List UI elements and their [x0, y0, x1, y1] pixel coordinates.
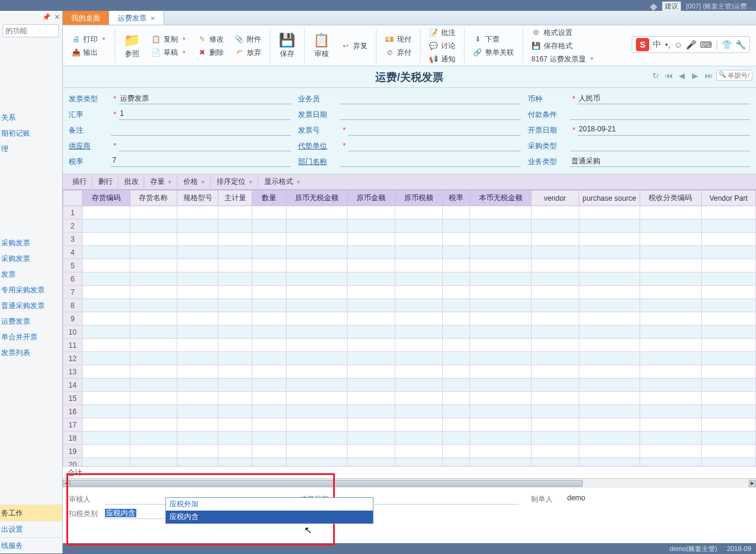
- table-row[interactable]: 4: [63, 246, 756, 259]
- sidebar-item[interactable]: 发票: [0, 266, 62, 282]
- biztype-field[interactable]: 普通采购: [570, 156, 750, 167]
- table-row[interactable]: 7: [63, 286, 756, 299]
- grid-toolbar-btn[interactable]: 插行: [68, 175, 92, 188]
- ime-lang[interactable]: 中: [653, 39, 661, 50]
- grid-col-header[interactable]: 原币税额: [395, 190, 443, 206]
- pay-field[interactable]: [570, 109, 750, 120]
- sidebar-item[interactable]: 关系: [0, 110, 62, 125]
- table-row[interactable]: 19: [63, 445, 756, 458]
- grid-col-header[interactable]: 存货编码: [82, 190, 130, 206]
- deduct-dropdown[interactable]: 应税外加应税内含: [165, 497, 373, 524]
- ime-person-icon[interactable]: 👕: [722, 40, 732, 49]
- tax-field[interactable]: 7: [111, 156, 291, 167]
- grid-col-header[interactable]: 本币无税金额: [470, 190, 531, 206]
- curr-field[interactable]: 人民币: [577, 93, 750, 104]
- tab[interactable]: 运费发票✕: [109, 11, 164, 25]
- dropdown-option[interactable]: 应税外加: [166, 498, 373, 511]
- grid-col-header[interactable]: 税收分类编码: [640, 190, 701, 206]
- tab[interactable]: 我的桌面: [63, 11, 109, 25]
- grid-col-header[interactable]: 原币金额: [348, 190, 395, 206]
- sidebar-item[interactable]: 运费发票: [0, 313, 62, 329]
- table-row[interactable]: 14: [63, 379, 756, 392]
- rollback-button[interactable]: ↩弃复: [338, 40, 370, 52]
- grid-col-header[interactable]: 数量: [252, 190, 286, 206]
- sidebar-item[interactable]: 期初记账: [0, 125, 62, 141]
- prev-icon[interactable]: ◀: [676, 70, 687, 81]
- doc-search-input[interactable]: [716, 70, 752, 81]
- supplier-label[interactable]: 供应商: [69, 141, 111, 151]
- table-row[interactable]: 9: [63, 312, 756, 326]
- sidebar-item[interactable]: 单合并开票: [0, 329, 62, 345]
- grid-col-header[interactable]: vendor: [531, 190, 579, 206]
- next-icon[interactable]: ▶: [690, 70, 700, 81]
- save-button[interactable]: 💾保存: [274, 31, 300, 60]
- biz-field[interactable]: [340, 93, 520, 104]
- table-row[interactable]: 10: [63, 326, 756, 339]
- grid[interactable]: 存货编码存货名称规格型号主计量数量原币无税金额原币金额原币税额税率本币无税金额v…: [63, 190, 756, 466]
- first-icon[interactable]: ⏮: [663, 70, 674, 81]
- ime-keyboard-icon[interactable]: ⌨: [700, 40, 712, 49]
- table-row[interactable]: 2: [63, 219, 756, 233]
- sidebar-item[interactable]: 普通采购发票: [0, 298, 62, 313]
- copy-button[interactable]: 📋复制▼: [149, 33, 189, 45]
- horizontal-scrollbar[interactable]: ◀ ▶: [63, 478, 756, 488]
- sidebar-item[interactable]: 发票列表: [0, 345, 62, 360]
- tab-close-icon[interactable]: ✕: [150, 15, 155, 22]
- scroll-left-icon[interactable]: ◀: [63, 480, 70, 487]
- table-row[interactable]: 15: [63, 392, 756, 405]
- down-button[interactable]: ⬇下查: [471, 33, 516, 45]
- grid-toolbar-btn[interactable]: 显示格式 ▼: [259, 175, 305, 188]
- sidebar-item[interactable]: 专用采购发票: [0, 282, 62, 298]
- table-row[interactable]: 1: [63, 206, 756, 219]
- grid-col-header[interactable]: 规格型号: [177, 190, 218, 206]
- agent-label[interactable]: 代垫单位: [298, 141, 340, 151]
- supplier-field[interactable]: [119, 140, 291, 151]
- dept-label[interactable]: 部门名称: [298, 157, 340, 167]
- format-button[interactable]: ⚙格式设置: [529, 27, 597, 39]
- grid-col-header[interactable]: Vendor Part: [701, 190, 755, 206]
- export-button[interactable]: 📤输出: [69, 46, 109, 58]
- table-row[interactable]: 12: [63, 352, 756, 365]
- draft-button[interactable]: 📄草稿▼: [149, 46, 189, 58]
- grid-col-header[interactable]: 存货名称: [130, 190, 177, 206]
- ime-toolbar[interactable]: S 中 •, ☺ 🎤 ⌨ | 👕 🔧: [632, 36, 750, 53]
- delete-button[interactable]: ✖删除: [195, 46, 226, 58]
- table-row[interactable]: 11: [63, 339, 756, 352]
- table-row[interactable]: 8: [63, 299, 756, 312]
- grid-toolbar-btn[interactable]: 删行: [94, 175, 118, 188]
- num-field[interactable]: [348, 125, 521, 136]
- sidebar-item[interactable]: 线服务: [0, 537, 62, 553]
- abandon-pay-button[interactable]: ⊘弃付: [383, 46, 414, 58]
- dropdown-option[interactable]: 应税内含: [166, 511, 373, 523]
- agent-field[interactable]: [348, 140, 521, 151]
- print-button[interactable]: 🖨打印▼: [69, 33, 109, 45]
- sidebar-item[interactable]: 采购发票: [0, 235, 62, 251]
- date-field[interactable]: [340, 109, 520, 120]
- refresh-icon[interactable]: ↻: [650, 70, 661, 81]
- discuss-button[interactable]: 💬讨论: [427, 40, 458, 52]
- table-row[interactable]: 16: [63, 405, 756, 418]
- table-row[interactable]: 6: [63, 272, 756, 286]
- grid-col-header[interactable]: purchase source: [579, 190, 640, 206]
- approve-button[interactable]: 📝批注: [427, 27, 458, 39]
- table-row[interactable]: 17: [63, 418, 756, 432]
- notify-button[interactable]: 📢通知: [427, 53, 458, 65]
- pay-button[interactable]: 💴现付: [383, 33, 414, 45]
- type-field[interactable]: 运费发票: [119, 93, 291, 104]
- sidebar-item[interactable]: 务工作: [0, 505, 62, 521]
- ime-mic-icon[interactable]: 🎤: [686, 40, 696, 49]
- discard-button[interactable]: ↶放弃: [232, 46, 264, 58]
- scroll-thumb[interactable]: [70, 480, 583, 487]
- ref-button[interactable]: 📁参照: [119, 31, 145, 60]
- sidebar-item[interactable]: 出设置: [0, 521, 62, 537]
- ime-punct[interactable]: •,: [665, 40, 670, 49]
- modify-button[interactable]: ✎修改: [195, 33, 226, 45]
- sidebar-search-input[interactable]: [2, 24, 59, 37]
- grid-col-header[interactable]: 税率: [443, 190, 470, 206]
- grid-col-header[interactable]: [63, 190, 83, 206]
- table-row[interactable]: 13: [63, 365, 756, 379]
- ime-wrench-icon[interactable]: 🔧: [735, 40, 746, 49]
- save-format-button[interactable]: 💾保存格式: [529, 40, 597, 52]
- dept-field[interactable]: [340, 156, 520, 167]
- sidebar-item[interactable]: 理: [0, 141, 62, 157]
